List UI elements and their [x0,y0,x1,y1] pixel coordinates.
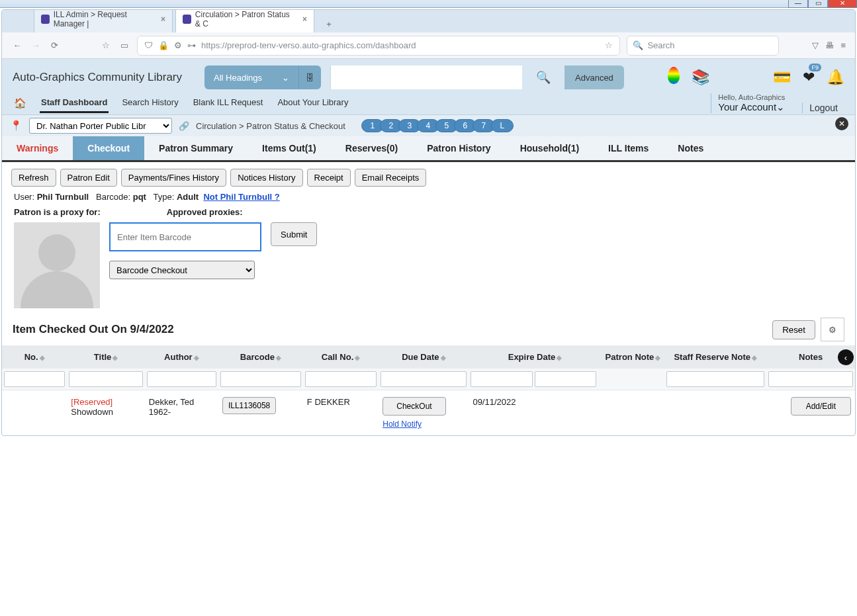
patron-edit-button[interactable]: Patron Edit [60,169,117,187]
home-icon[interactable]: 🏠 [13,93,28,113]
close-panel-icon[interactable]: ✕ [835,117,848,130]
browser-tabbar: ILL Admin > Request Manager | × Circulat… [2,10,855,32]
hold-notify-link[interactable]: Hold Notify [383,419,465,429]
payments-fines-button[interactable]: Payments/Fines History [121,169,226,187]
close-icon[interactable]: × [302,15,307,24]
filter-barcode[interactable] [220,371,301,387]
tab-checkout[interactable]: Checkout [73,136,144,160]
tab-household[interactable]: Household(1) [506,136,594,160]
col-title[interactable]: Title◆ [67,345,145,369]
window-close[interactable]: ✕ [828,0,857,8]
filter-no[interactable] [4,371,65,387]
sort-icon: ◆ [557,354,562,361]
address-bar[interactable]: 🛡 🔒 ⚙ ⊶ https://preprod-tenv-verso.auto-… [137,36,620,56]
key-icon: ⊶ [187,40,196,50]
advanced-search-button[interactable]: Advanced [564,66,624,89]
library-select[interactable]: Dr. Nathan Porter Public Libr [29,118,172,134]
session-pills: 1 2 3 4 5 6 7 L [361,119,514,132]
help-balloon-icon[interactable] [668,67,680,88]
hello-text: Hello, Auto-Graphics [718,93,785,101]
item-author: Dekker, Ted 1962- [145,390,218,436]
favorites-icon[interactable]: ❤F9 [803,69,815,86]
reset-button[interactable]: Reset [772,320,815,339]
filter-author[interactable] [147,371,216,387]
nav-search-history[interactable]: Search History [120,93,179,113]
browser-search[interactable]: 🔍 Search [627,36,779,56]
forward-icon[interactable]: → [30,40,42,52]
library-icon[interactable]: ▭ [118,40,130,52]
tab-notes[interactable]: Notes [663,136,718,160]
bookmark-outline-icon[interactable]: ☆ [100,40,112,52]
nav-staff-dashboard[interactable]: Staff Dashboard [40,93,109,113]
filter-callno[interactable] [305,371,377,387]
headings-dropdown[interactable]: All Headings ⌄ [204,66,299,89]
submit-button[interactable]: Submit [271,222,317,246]
logout-link[interactable]: Logout [802,103,844,113]
email-receipts-button[interactable]: Email Receipts [355,169,427,187]
col-no[interactable]: No.◆ [2,345,67,369]
filter-notes[interactable] [768,371,853,387]
col-author[interactable]: Author◆ [145,345,218,369]
database-icon[interactable]: 🗄 [299,73,321,83]
col-callno[interactable]: Call No.◆ [303,345,379,369]
gear-icon[interactable]: ⚙ [821,318,844,341]
account-menu[interactable]: Hello, Auto-Graphics Your Account⌄ [711,93,791,113]
nav-about-library[interactable]: About Your Library [276,93,349,113]
pocket-icon[interactable]: ▽ [812,40,819,50]
scroll-left-icon[interactable]: ‹ [838,349,854,365]
window-minimize[interactable]: — [788,0,808,8]
search-placeholder: Search [647,40,674,50]
search-button[interactable]: 🔍 [531,66,555,89]
col-expire[interactable]: Expire Date◆ [469,345,601,369]
tab-patron-history[interactable]: Patron History [412,136,505,160]
tab-warnings[interactable]: Warnings [2,136,73,160]
browser-tab[interactable]: ILL Admin > Request Manager | × [34,9,173,32]
tab-reserves[interactable]: Reserves(0) [331,136,412,160]
refresh-button[interactable]: Refresh [11,169,56,187]
notices-history-button[interactable]: Notices History [230,169,302,187]
not-user-link[interactable]: Not Phil Turnbull ? [203,192,279,202]
col-patron-note[interactable]: Patron Note◆ [602,345,665,369]
tab-ill-items[interactable]: ILL Items [594,136,663,160]
session-pill[interactable]: L [491,119,514,132]
nav-blank-ill[interactable]: Blank ILL Request [192,93,265,113]
opac-preview-icon[interactable]: 📚 [692,69,709,86]
permissions-icon: ⚙ [174,40,182,50]
patron-avatar [14,222,100,308]
checkout-mode-select[interactable]: Barcode Checkout [109,261,255,279]
tab-items-out[interactable]: Items Out(1) [248,136,331,160]
add-edit-button[interactable]: Add/Edit [791,397,851,416]
col-staff-note[interactable]: Staff Reserve Note◆ [664,345,766,369]
tab-patron-summary[interactable]: Patron Summary [144,136,248,160]
lock-icon: 🔒 [158,40,169,50]
filter-title[interactable] [69,371,143,387]
item-barcode-input[interactable] [109,222,261,251]
col-barcode[interactable]: Barcode◆ [218,345,303,369]
checkout-button[interactable]: CheckOut [383,397,445,416]
type-label: Type: [154,192,175,202]
search-icon: 🔍 [633,40,643,50]
receipt-button[interactable]: Receipt [307,169,351,187]
browser-tab[interactable]: Circulation > Patron Status & C × [175,9,314,32]
filter-expire[interactable] [471,371,532,387]
favicon-icon [41,15,50,24]
proxy-labels: Patron is a proxy for: Approved proxies: [2,207,855,217]
user-name: Phil Turnbull [37,192,89,202]
filter-staffnote[interactable] [666,371,764,387]
hamburger-icon[interactable]: ≡ [840,40,846,50]
filter-expire2[interactable] [535,371,596,387]
bell-icon[interactable]: 🔔 [827,69,844,86]
filter-duedate[interactable] [381,371,467,387]
item-callno: F DEKKER [303,390,379,436]
col-duedate[interactable]: Due Date◆ [379,345,469,369]
card-icon[interactable]: 💳 [773,69,791,86]
barcode-button[interactable]: ILL1136058 [222,397,276,414]
window-maximize[interactable]: ▭ [808,0,828,8]
catalog-search-input[interactable] [330,66,522,89]
close-icon[interactable]: × [161,15,165,24]
reload-icon[interactable]: ⟳ [48,40,60,52]
back-icon[interactable]: ← [11,40,23,52]
new-tab-button[interactable]: + [321,17,337,32]
bookmark-star-icon[interactable]: ☆ [605,40,613,50]
print-icon[interactable]: 🖶 [825,40,834,50]
